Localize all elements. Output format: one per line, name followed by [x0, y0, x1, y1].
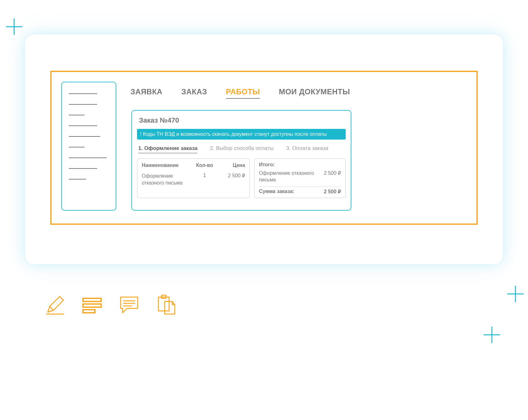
checkout-steps: 1. Оформление заказа 2. Выбор способа оп…: [137, 145, 346, 153]
tab-works[interactable]: РАБОТЫ: [226, 87, 260, 99]
sidebar-line: [69, 93, 97, 94]
plus-decoration-icon: [506, 285, 525, 303]
sidebar-line: [69, 115, 85, 115]
svg-rect-8: [83, 298, 101, 301]
sidebar-line: [69, 147, 85, 147]
svg-line-6: [50, 307, 53, 310]
col-header-qty: Кол-во: [192, 163, 217, 168]
summary-total-label: Сумма заказа:: [259, 189, 294, 195]
sidebar-line: [69, 136, 100, 137]
plus-decoration-icon: [5, 17, 24, 36]
summary-line-label: Оформление отказного письма: [259, 170, 316, 183]
summary-title: Итого:: [259, 162, 341, 168]
svg-rect-10: [83, 310, 95, 313]
plus-decoration-icon: [482, 325, 501, 344]
chat-icon: [118, 294, 140, 316]
svg-rect-9: [83, 304, 101, 307]
item-row: Оформление отказного письма 1 2 500 ₽: [142, 173, 245, 186]
order-panel: Заказ №470 ! Коды ТН ВЭД и возможность с…: [131, 110, 351, 211]
lines-icon: [81, 294, 103, 316]
summary-table: Итого: Оформление отказного письма 2 500…: [254, 158, 346, 198]
step-3[interactable]: 3. Оплата заказа: [286, 145, 328, 153]
sidebar-line: [69, 104, 97, 105]
step-1[interactable]: 1. Оформление заказа: [138, 145, 197, 153]
tab-bar: ЗАЯВКА ЗАКАЗ РАБОТЫ МОИ ДОКУМЕНТЫ: [130, 87, 350, 99]
clipboard-icon: [155, 294, 177, 316]
tab-documents[interactable]: МОИ ДОКУМЕНТЫ: [279, 87, 350, 99]
pencil-icon: [44, 294, 66, 316]
items-table: Наименование Кол-во Цена Оформление отка…: [137, 158, 250, 198]
payment-alert: ! Коды ТН ВЭД и возможность скачать доку…: [137, 129, 346, 140]
item-qty: 1: [192, 173, 217, 186]
item-name: Оформление отказного письма: [142, 173, 192, 186]
svg-rect-14: [158, 297, 169, 311]
summary-divider: [259, 186, 341, 187]
sidebar-line: [69, 179, 86, 180]
sidebar-line: [69, 158, 107, 158]
sidebar-line: [69, 125, 97, 126]
col-header-name: Наименование: [142, 163, 192, 168]
format summary-line-value: 2 500 ₽: [324, 170, 341, 183]
tab-order[interactable]: ЗАКАЗ: [181, 87, 207, 99]
summary-total-value: 2 500 ₽: [324, 189, 341, 195]
order-title: Заказ №470: [137, 116, 346, 124]
step-2[interactable]: 2. Выбор способа оплаты: [210, 145, 273, 153]
item-price: 2 500 ₽: [217, 173, 245, 186]
tab-request[interactable]: ЗАЯВКА: [130, 87, 162, 99]
sidebar-placeholder: [61, 82, 116, 211]
sidebar-line: [69, 168, 97, 169]
col-header-price: Цена: [217, 163, 245, 168]
bottom-icon-row: [44, 294, 177, 316]
